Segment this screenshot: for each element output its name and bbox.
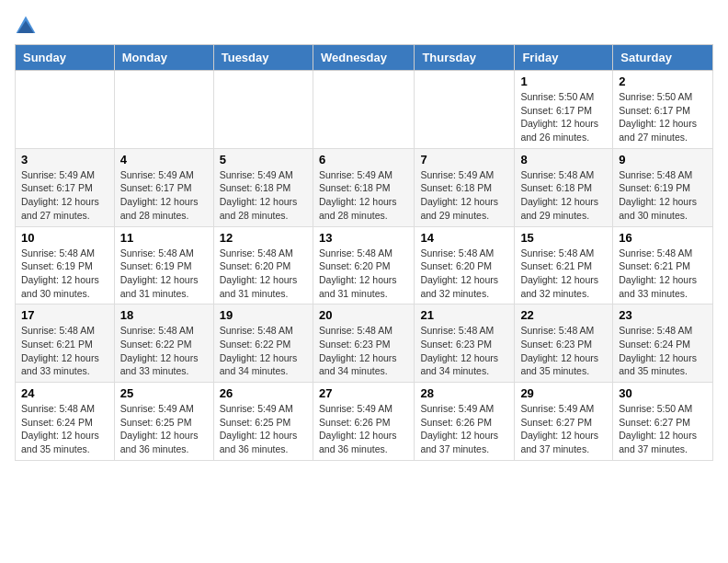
day-number: 3 [21,153,108,167]
day-info: Sunrise: 5:48 AM Sunset: 6:21 PM Dayligh… [520,247,607,301]
day-number: 9 [619,153,707,167]
day-info: Sunrise: 5:48 AM Sunset: 6:23 PM Dayligh… [319,324,408,378]
calendar-cell: 25Sunrise: 5:49 AM Sunset: 6:25 PM Dayli… [114,383,213,461]
calendar-cell [313,71,414,149]
calendar-cell: 29Sunrise: 5:49 AM Sunset: 6:27 PM Dayli… [515,383,613,461]
calendar-cell: 10Sunrise: 5:48 AM Sunset: 6:19 PM Dayli… [16,226,115,304]
day-number: 22 [520,308,607,322]
day-info: Sunrise: 5:48 AM Sunset: 6:19 PM Dayligh… [120,247,208,301]
day-info: Sunrise: 5:48 AM Sunset: 6:23 PM Dayligh… [520,324,607,378]
day-info: Sunrise: 5:48 AM Sunset: 6:20 PM Dayligh… [220,247,307,301]
calendar-week-1: 1Sunrise: 5:50 AM Sunset: 6:17 PM Daylig… [16,71,713,149]
calendar-cell: 4Sunrise: 5:49 AM Sunset: 6:17 PM Daylig… [114,148,213,226]
calendar-week-4: 17Sunrise: 5:48 AM Sunset: 6:21 PM Dayli… [16,304,713,383]
calendar-cell [415,71,515,149]
day-header-tuesday: Tuesday [213,45,313,71]
calendar-cell: 11Sunrise: 5:48 AM Sunset: 6:19 PM Dayli… [114,226,213,304]
day-header-monday: Monday [114,45,213,71]
calendar-cell: 5Sunrise: 5:49 AM Sunset: 6:18 PM Daylig… [213,148,313,226]
day-header-saturday: Saturday [613,45,713,71]
day-info: Sunrise: 5:49 AM Sunset: 6:26 PM Dayligh… [420,402,508,456]
calendar-cell: 9Sunrise: 5:48 AM Sunset: 6:19 PM Daylig… [613,148,713,226]
day-number: 28 [420,386,508,400]
day-number: 10 [21,231,108,245]
day-number: 27 [319,386,408,400]
day-number: 1 [520,75,607,88]
day-number: 7 [420,153,508,167]
day-info: Sunrise: 5:50 AM Sunset: 6:27 PM Dayligh… [619,402,707,456]
day-header-friday: Friday [515,45,613,71]
calendar-cell: 21Sunrise: 5:48 AM Sunset: 6:23 PM Dayli… [415,304,515,383]
calendar-cell: 17Sunrise: 5:48 AM Sunset: 6:21 PM Dayli… [16,304,115,383]
calendar-header-row: SundayMondayTuesdayWednesdayThursdayFrid… [16,45,713,71]
calendar-cell: 14Sunrise: 5:48 AM Sunset: 6:20 PM Dayli… [415,226,515,304]
day-number: 24 [21,386,108,400]
calendar-cell: 27Sunrise: 5:49 AM Sunset: 6:26 PM Dayli… [313,383,414,461]
day-number: 21 [420,308,508,322]
calendar-cell: 26Sunrise: 5:49 AM Sunset: 6:25 PM Dayli… [213,383,313,461]
calendar-cell: 13Sunrise: 5:48 AM Sunset: 6:20 PM Dayli… [313,226,414,304]
calendar-cell [114,71,213,149]
calendar-cell: 19Sunrise: 5:48 AM Sunset: 6:22 PM Dayli… [213,304,313,383]
day-number: 4 [120,153,208,167]
calendar-cell: 24Sunrise: 5:48 AM Sunset: 6:24 PM Dayli… [16,383,115,461]
day-number: 15 [520,231,607,245]
calendar-cell: 7Sunrise: 5:49 AM Sunset: 6:18 PM Daylig… [415,148,515,226]
day-info: Sunrise: 5:48 AM Sunset: 6:22 PM Dayligh… [220,324,307,378]
day-info: Sunrise: 5:49 AM Sunset: 6:18 PM Dayligh… [319,168,408,223]
day-number: 23 [619,308,707,322]
day-info: Sunrise: 5:49 AM Sunset: 6:27 PM Dayligh… [520,402,607,456]
calendar-cell: 3Sunrise: 5:49 AM Sunset: 6:17 PM Daylig… [16,148,115,226]
day-info: Sunrise: 5:48 AM Sunset: 6:24 PM Dayligh… [21,402,108,456]
page-header [15,15,713,37]
calendar-cell: 12Sunrise: 5:48 AM Sunset: 6:20 PM Dayli… [213,226,313,304]
day-number: 12 [220,231,307,245]
calendar-cell [213,71,313,149]
day-info: Sunrise: 5:48 AM Sunset: 6:23 PM Dayligh… [420,324,508,378]
day-info: Sunrise: 5:48 AM Sunset: 6:20 PM Dayligh… [420,247,508,301]
day-number: 19 [220,308,307,322]
day-info: Sunrise: 5:48 AM Sunset: 6:19 PM Dayligh… [619,168,707,223]
calendar-week-3: 10Sunrise: 5:48 AM Sunset: 6:19 PM Dayli… [16,226,713,304]
day-header-thursday: Thursday [415,45,515,71]
day-info: Sunrise: 5:49 AM Sunset: 6:18 PM Dayligh… [420,168,508,223]
day-number: 14 [420,231,508,245]
calendar-cell: 23Sunrise: 5:48 AM Sunset: 6:24 PM Dayli… [613,304,713,383]
logo [15,15,40,37]
day-number: 30 [619,386,707,400]
calendar-cell: 20Sunrise: 5:48 AM Sunset: 6:23 PM Dayli… [313,304,414,383]
calendar-cell [16,71,115,149]
calendar-week-2: 3Sunrise: 5:49 AM Sunset: 6:17 PM Daylig… [16,148,713,226]
day-number: 25 [120,386,208,400]
day-info: Sunrise: 5:48 AM Sunset: 6:24 PM Dayligh… [619,324,707,378]
day-info: Sunrise: 5:48 AM Sunset: 6:20 PM Dayligh… [319,247,408,301]
day-info: Sunrise: 5:50 AM Sunset: 6:17 PM Dayligh… [619,90,707,144]
day-number: 16 [619,231,707,245]
day-info: Sunrise: 5:48 AM Sunset: 6:21 PM Dayligh… [619,247,707,301]
day-number: 6 [319,153,408,167]
day-number: 13 [319,231,408,245]
logo-icon [15,15,37,37]
calendar-cell: 28Sunrise: 5:49 AM Sunset: 6:26 PM Dayli… [415,383,515,461]
day-info: Sunrise: 5:48 AM Sunset: 6:18 PM Dayligh… [520,168,607,223]
calendar-cell: 2Sunrise: 5:50 AM Sunset: 6:17 PM Daylig… [613,71,713,149]
day-number: 18 [120,308,208,322]
day-info: Sunrise: 5:49 AM Sunset: 6:17 PM Dayligh… [120,168,208,223]
day-number: 29 [520,386,607,400]
calendar-cell: 8Sunrise: 5:48 AM Sunset: 6:18 PM Daylig… [515,148,613,226]
day-info: Sunrise: 5:48 AM Sunset: 6:22 PM Dayligh… [120,324,208,378]
day-number: 11 [120,231,208,245]
day-info: Sunrise: 5:50 AM Sunset: 6:17 PM Dayligh… [520,90,607,144]
day-header-wednesday: Wednesday [313,45,414,71]
calendar-cell: 1Sunrise: 5:50 AM Sunset: 6:17 PM Daylig… [515,71,613,149]
day-number: 17 [21,308,108,322]
day-info: Sunrise: 5:49 AM Sunset: 6:25 PM Dayligh… [220,402,307,456]
calendar-table: SundayMondayTuesdayWednesdayThursdayFrid… [15,44,713,461]
day-number: 20 [319,308,408,322]
calendar-cell: 16Sunrise: 5:48 AM Sunset: 6:21 PM Dayli… [613,226,713,304]
calendar-cell: 30Sunrise: 5:50 AM Sunset: 6:27 PM Dayli… [613,383,713,461]
day-header-sunday: Sunday [16,45,115,71]
day-info: Sunrise: 5:49 AM Sunset: 6:18 PM Dayligh… [220,168,307,223]
day-info: Sunrise: 5:48 AM Sunset: 6:21 PM Dayligh… [21,324,108,378]
day-number: 26 [220,386,307,400]
